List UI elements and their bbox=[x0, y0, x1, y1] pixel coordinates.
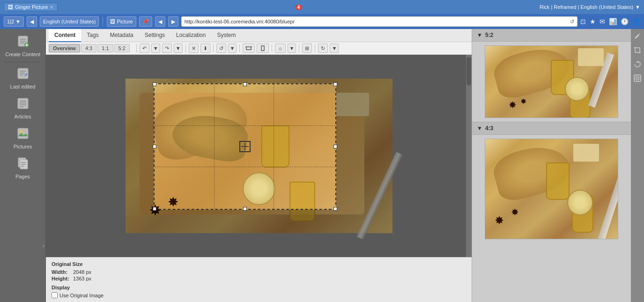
grid-line-h1 bbox=[155, 125, 335, 126]
nav-next-btn[interactable]: ▶ bbox=[168, 16, 178, 27]
crop-handle-tl[interactable] bbox=[153, 82, 156, 86]
clock-icon[interactable]: 🕐 bbox=[621, 18, 629, 25]
ratio-header-4-3[interactable]: ▼ 4:3 bbox=[472, 122, 631, 135]
edge-crop-btn[interactable] bbox=[632, 45, 643, 55]
tab-content[interactable]: Content bbox=[49, 29, 81, 42]
sidebar: Create Content Last edited bbox=[0, 29, 46, 302]
image-editor: Overview 4:3 1:1 5:2 ↶ ▼ ↷ ▼ bbox=[46, 42, 472, 302]
crop-handle-l[interactable] bbox=[153, 145, 156, 148]
height-label: Height: bbox=[52, 275, 73, 282]
expand-icon[interactable]: ⊡ bbox=[580, 18, 586, 25]
image-toolbar: Overview 4:3 1:1 5:2 ↶ ▼ ↷ ▼ bbox=[46, 42, 472, 55]
pages-icon bbox=[16, 157, 30, 172]
use-original-row: Use Original Image bbox=[52, 292, 466, 298]
ratio-section-5-2: ▼ 5:2 ✸ ✸ bbox=[472, 29, 631, 122]
tool-sep-2 bbox=[185, 44, 186, 52]
height-row: Height: 1363 px bbox=[52, 275, 95, 282]
crop-handle-t[interactable] bbox=[243, 82, 247, 86]
ratio-tab-4-3[interactable]: 4:3 bbox=[81, 44, 96, 52]
rotate-btn[interactable]: ↻ bbox=[318, 44, 328, 53]
refresh-icon[interactable]: ↺ bbox=[570, 19, 574, 25]
image-info: Original Size Width: 2048 px Height: 136… bbox=[46, 257, 472, 302]
reset-dropdown-btn[interactable]: ▼ bbox=[228, 44, 237, 53]
svg-rect-29 bbox=[634, 75, 641, 81]
brightness-dropdown-btn[interactable]: ▼ bbox=[288, 44, 296, 53]
width-label: Width: bbox=[52, 269, 73, 275]
sidebar-item-last-edited[interactable]: Last edited bbox=[0, 63, 45, 93]
undo-dropdown-btn[interactable]: ▼ bbox=[151, 44, 160, 53]
sidebar-collapse-arrow[interactable]: › bbox=[43, 243, 44, 249]
star-icon[interactable]: ★ bbox=[590, 18, 596, 25]
sidebar-item-pictures[interactable]: Pictures bbox=[0, 123, 45, 153]
tab-metadata[interactable]: Metadata bbox=[104, 29, 139, 42]
nav-prev-btn[interactable]: ◀ bbox=[155, 16, 165, 27]
active-tab[interactable]: 🖼 Ginger Picture ✕ bbox=[4, 3, 58, 11]
edge-rotate-btn[interactable] bbox=[632, 59, 643, 69]
scrollbar-thumb[interactable] bbox=[466, 57, 471, 85]
use-original-checkbox[interactable] bbox=[52, 292, 58, 298]
tab-tags[interactable]: Tags bbox=[81, 29, 104, 42]
crop-handle-tr[interactable] bbox=[333, 82, 337, 86]
tab-localization[interactable]: Localization bbox=[170, 29, 211, 42]
ratio-tab-overview[interactable]: Overview bbox=[49, 44, 80, 52]
url-bar[interactable]: http://kontiki-test-06.coremedia.vm:4008… bbox=[181, 16, 577, 27]
grid-btn[interactable]: ⊞ bbox=[302, 44, 312, 53]
reset-btn[interactable]: ↺ bbox=[216, 44, 226, 53]
redo-dropdown-btn[interactable]: ▼ bbox=[174, 44, 183, 53]
grid-line-h2 bbox=[155, 167, 335, 167]
nav-back-btn[interactable]: ◀ bbox=[27, 16, 37, 27]
crop-vertical-btn[interactable] bbox=[257, 44, 269, 53]
url-text: http://kontiki-test-06.coremedia.vm:4008… bbox=[185, 19, 568, 24]
crop-handle-bl[interactable] bbox=[153, 207, 156, 211]
undo-btn[interactable]: ↶ bbox=[140, 44, 149, 53]
crop-handle-r[interactable] bbox=[333, 145, 337, 148]
mail-icon[interactable]: ✉ bbox=[600, 18, 605, 25]
ratio-tab-1-1[interactable]: 1:1 bbox=[97, 44, 113, 52]
crop-handle-b[interactable] bbox=[243, 207, 247, 211]
chart-icon[interactable]: 📊 bbox=[609, 18, 617, 25]
ratio-tab-5-2[interactable]: 5:2 bbox=[114, 44, 130, 52]
ratio-preview-4-3: ✸ ✸ bbox=[472, 135, 631, 243]
tab-picture-icon: 🖼 bbox=[8, 4, 13, 10]
vertical-scrollbar[interactable] bbox=[466, 55, 472, 257]
tab-system[interactable]: System bbox=[211, 29, 241, 42]
user-icon[interactable]: 👤 bbox=[632, 18, 640, 25]
svg-rect-16 bbox=[18, 128, 28, 139]
version-btn[interactable]: 1|2 ▼ bbox=[4, 16, 24, 27]
ratio-header-5-2[interactable]: ▼ 5:2 bbox=[472, 29, 631, 42]
image-canvas[interactable]: ✸ ✸ bbox=[46, 55, 472, 257]
bread bbox=[336, 93, 369, 116]
preview-4-3-knife bbox=[595, 177, 618, 239]
sidebar-item-articles[interactable]: Articles bbox=[0, 93, 45, 123]
tab-settings[interactable]: Settings bbox=[139, 29, 170, 42]
pin-btn[interactable]: 📌 bbox=[139, 16, 152, 27]
crop-center-handle[interactable] bbox=[239, 141, 251, 152]
ratio-label-4-3: 4:3 bbox=[485, 125, 493, 132]
articles-icon bbox=[16, 97, 30, 112]
language-btn[interactable]: English (United States) bbox=[40, 16, 99, 27]
edge-grid-btn[interactable] bbox=[632, 73, 643, 83]
crop-handle-br[interactable] bbox=[333, 207, 337, 211]
ratio-section-4-3: ▼ 4:3 ✸ ✸ bbox=[472, 122, 631, 243]
sidebar-item-pages[interactable]: Pages bbox=[0, 153, 45, 183]
sidebar-item-create-content[interactable]: Create Content bbox=[0, 31, 45, 61]
tool-sep-5 bbox=[272, 44, 272, 52]
main-layout: Create Content Last edited bbox=[0, 29, 644, 302]
last-edited-icon bbox=[16, 67, 30, 82]
content-area: Content Tags Metadata Settings Localizat… bbox=[46, 29, 472, 302]
tab-close-button[interactable]: ✕ bbox=[50, 5, 53, 10]
redo-btn[interactable]: ↷ bbox=[162, 44, 172, 53]
user-dropdown-icon[interactable]: ▼ bbox=[635, 4, 640, 10]
toolbar-icons: ⊡ ★ ✉ 📊 🕐 👤 bbox=[580, 18, 640, 25]
content-type-btn[interactable]: 🖼 Picture bbox=[107, 16, 136, 27]
crop-overlay[interactable] bbox=[154, 83, 336, 210]
rotate-dropdown-btn[interactable]: ▼ bbox=[330, 44, 339, 53]
edge-edit-btn[interactable] bbox=[632, 31, 643, 41]
ratio-tabs: Overview 4:3 1:1 5:2 bbox=[49, 44, 130, 52]
tool-sep-1 bbox=[136, 44, 137, 52]
brightness-btn[interactable]: ☼ bbox=[275, 44, 285, 53]
preview-4-3-star-2: ✸ bbox=[511, 206, 519, 218]
crop-horizontal-btn[interactable] bbox=[243, 44, 255, 53]
download-btn[interactable]: ⬇ bbox=[200, 44, 210, 53]
delete-btn[interactable]: ✕ bbox=[189, 44, 199, 53]
